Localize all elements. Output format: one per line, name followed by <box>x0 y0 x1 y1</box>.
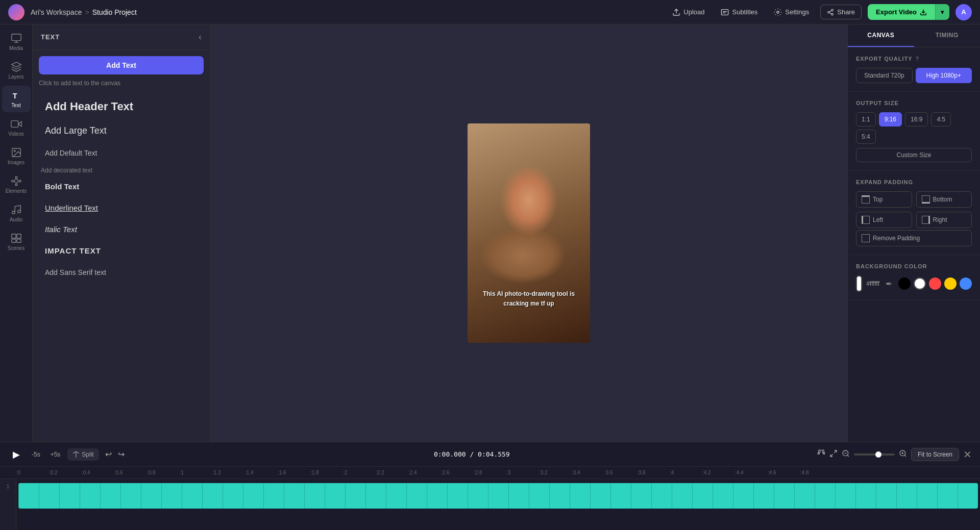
size-1x1-button[interactable]: 1:1 <box>856 112 876 127</box>
size-4x5-button[interactable]: 4:5 <box>931 112 951 127</box>
sidebar-item-images[interactable]: Images <box>2 143 31 169</box>
sidebar-item-elements[interactable]: Elements <box>2 171 31 198</box>
redo-button[interactable]: ↪ <box>116 447 127 461</box>
impact-text-item[interactable]: Impact Text <box>39 241 204 261</box>
timeline-tracks: 1 <box>0 479 980 530</box>
size-5x4-button[interactable]: 5:4 <box>856 130 876 144</box>
undo-button[interactable]: ↩ <box>103 447 114 461</box>
sidebar-item-videos[interactable]: Videos <box>2 114 31 141</box>
export-video-button[interactable]: Export Video <box>868 4 935 20</box>
svg-text:T: T <box>12 92 17 100</box>
subtitles-icon <box>721 8 729 16</box>
skip-forward-button[interactable]: +5s <box>47 449 64 460</box>
size-custom-button[interactable]: Custom Size <box>856 148 972 162</box>
color-preset-black[interactable] <box>898 277 911 290</box>
resize-icon[interactable] <box>829 449 838 460</box>
tab-canvas[interactable]: CANVAS <box>848 24 914 47</box>
zoom-in-button[interactable] <box>899 449 907 460</box>
ruler-marks: :0 :0.2 :0.4 :0.6 :0.8 :1 :1.2 :1.4 :1.6… <box>16 470 833 475</box>
workspace-link[interactable]: Ari's Workspace <box>31 8 82 16</box>
images-icon <box>11 147 22 158</box>
sans-serif-text-item[interactable]: Add Sans Serif text <box>39 263 204 282</box>
split-button[interactable]: Split <box>67 448 99 461</box>
video-track[interactable] <box>18 483 978 509</box>
video-subtitle-overlay: This AI photo-to-drawing tool is crackin… <box>468 285 590 312</box>
color-hex-value: #ffffff <box>866 280 879 287</box>
bottom-area: ▶ -5s +5s Split ↩ ↪ 0:00.000 / 0:04.559 <box>0 442 980 530</box>
undo-redo: ↩ ↪ <box>103 447 127 461</box>
zoom-out-button[interactable] <box>842 449 850 460</box>
add-default-text-item[interactable]: Add Default Text <box>39 143 204 163</box>
subtitles-button[interactable]: Subtitles <box>716 5 763 19</box>
svg-marker-14 <box>18 121 21 126</box>
fit-screen-button[interactable]: Fit to Screen <box>911 448 959 461</box>
quality-1080p-button[interactable]: High 1080p+ <box>916 68 972 83</box>
padding-top-button[interactable]: Top <box>856 191 912 208</box>
text-panel-close-button[interactable]: ‹ <box>199 32 202 42</box>
expand-padding-title: EXPAND PADDING <box>856 179 972 185</box>
quality-720p-button[interactable]: Standard 720p <box>856 68 913 83</box>
output-size-title: OUTPUT SIZE <box>856 100 972 106</box>
quality-options: Standard 720p High 1080p+ <box>856 68 972 83</box>
italic-text-item[interactable]: Italic Text <box>39 220 204 239</box>
sidebar-item-layers[interactable]: Layers <box>2 57 31 84</box>
sidebar-item-scenes[interactable]: Scenes <box>2 229 31 255</box>
size-16x9-button[interactable]: 16:9 <box>905 112 928 127</box>
ruler-mark: :4.8 <box>800 470 833 475</box>
ruler-mark: :0.2 <box>49 470 82 475</box>
color-preset-white[interactable] <box>914 277 926 290</box>
text-panel: TEXT ‹ Add Text Click to add text to the… <box>33 24 210 442</box>
tab-timing[interactable]: TIMING <box>914 24 981 47</box>
zoom-slider[interactable] <box>854 453 895 456</box>
media-icon <box>11 33 22 44</box>
color-swatch-main[interactable] <box>856 275 862 292</box>
track-thumbnail <box>18 483 978 509</box>
svg-rect-15 <box>11 121 18 128</box>
color-eyedropper-button[interactable]: ✒ <box>884 277 894 291</box>
svg-point-24 <box>17 210 20 213</box>
padding-bottom-button[interactable]: Bottom <box>916 191 972 208</box>
expand-padding-section: EXPAND PADDING Top Bottom Left Right <box>848 171 980 255</box>
color-preset-blue[interactable] <box>960 277 972 290</box>
track-label: 1 <box>0 479 16 530</box>
add-header-text-item[interactable]: Add Header Text <box>39 95 204 118</box>
skip-back-button[interactable]: -5s <box>29 449 43 460</box>
timeline-ruler: :0 :0.2 :0.4 :0.6 :0.8 :1 :1.2 :1.4 :1.6… <box>0 467 980 479</box>
ruler-mark: :1.2 <box>212 470 245 475</box>
sidebar-item-media[interactable]: Media <box>2 29 31 55</box>
play-button[interactable]: ▶ <box>8 446 24 463</box>
close-timeline-button[interactable]: ✕ <box>963 448 972 461</box>
add-text-button[interactable]: Add Text <box>39 56 204 74</box>
background-color-title: BACKGROUND COLOR <box>856 263 972 269</box>
bold-text-item[interactable]: Bold Text <box>39 177 204 196</box>
ruler-mark: :3.6 <box>604 470 637 475</box>
svg-point-22 <box>15 184 17 186</box>
zoom-in-icon <box>899 449 907 458</box>
remove-padding-button[interactable]: Remove Padding <box>856 230 972 246</box>
padding-left-button[interactable]: Left <box>856 212 912 228</box>
padding-right-icon <box>922 216 930 224</box>
ruler-mark: :1 <box>180 470 212 475</box>
zoom-in-icon[interactable] <box>817 449 825 460</box>
add-large-text-item[interactable]: Add Large Text <box>39 120 204 141</box>
upload-button[interactable]: Upload <box>667 5 709 19</box>
quality-info-icon[interactable]: ? <box>916 56 920 62</box>
settings-button[interactable]: Settings <box>769 5 814 19</box>
text-icon: T <box>11 90 22 101</box>
background-color-section: BACKGROUND COLOR #ffffff ✒ <box>848 255 980 300</box>
padding-right-button[interactable]: Right <box>916 212 972 228</box>
avatar[interactable]: A <box>955 4 972 20</box>
svg-point-6 <box>831 13 834 15</box>
zoom-controls <box>817 449 907 460</box>
ruler-mark: :2.4 <box>408 470 441 475</box>
size-9x16-button[interactable]: 9:16 <box>879 112 902 127</box>
sidebar-item-text[interactable]: T Text <box>2 86 31 112</box>
svg-line-7 <box>829 12 831 13</box>
underlined-text-item[interactable]: Underlined Text <box>39 198 204 218</box>
share-button[interactable]: Share <box>820 5 862 19</box>
export-dropdown-button[interactable]: ▾ <box>935 4 949 20</box>
sidebar-item-audio[interactable]: Audio <box>2 200 31 226</box>
color-preset-yellow[interactable] <box>944 277 957 290</box>
scenes-icon <box>11 233 22 244</box>
color-preset-red[interactable] <box>929 277 941 290</box>
